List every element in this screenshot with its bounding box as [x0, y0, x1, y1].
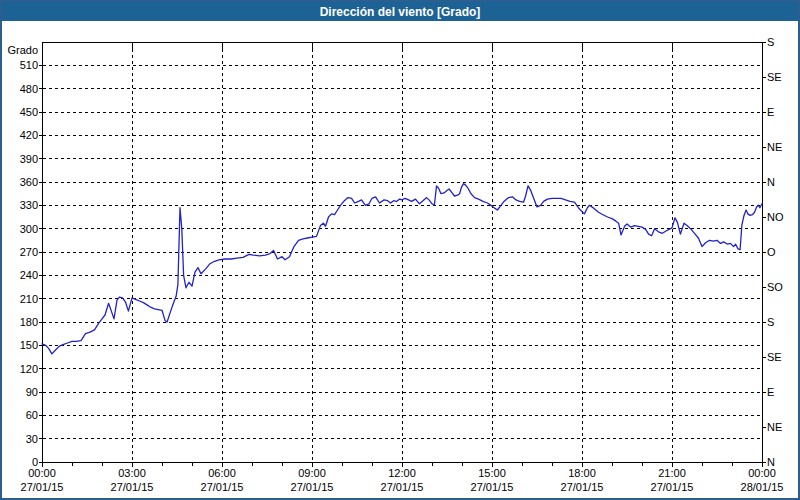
window: Dirección del viento [Grado] 00:0027/01/…	[0, 0, 800, 500]
x-axis-date-label: 27/01/15	[381, 481, 424, 493]
y-axis-tick-label: 240	[20, 269, 38, 281]
y-axis-tick-label: 480	[20, 83, 38, 95]
x-axis-time-label: 06:00	[208, 467, 236, 479]
x-axis-time-label: 15:00	[478, 467, 506, 479]
compass-axis-label: SE	[767, 351, 782, 363]
y-axis-tick-label: 330	[20, 199, 38, 211]
wind-direction-chart: 00:0027/01/1503:0027/01/1506:0027/01/150…	[2, 21, 800, 500]
chart-area: 00:0027/01/1503:0027/01/1506:0027/01/150…	[2, 21, 798, 498]
x-axis-time-label: 00:00	[28, 467, 56, 479]
x-axis-time-label: 00:00	[748, 467, 776, 479]
compass-axis-label: NE	[767, 141, 782, 153]
compass-axis-label: S	[767, 316, 774, 328]
x-axis-date-label: 27/01/15	[561, 481, 604, 493]
x-axis-date-label: 27/01/15	[291, 481, 334, 493]
window-title: Dirección del viento [Grado]	[320, 5, 481, 19]
x-axis-date-label: 27/01/15	[111, 481, 154, 493]
x-axis-date-label: 27/01/15	[471, 481, 514, 493]
compass-axis-label: SO	[767, 281, 783, 293]
x-axis-time-label: 09:00	[298, 467, 326, 479]
x-axis-date-label: 28/01/15	[741, 481, 784, 493]
y-axis-tick-label: 60	[26, 409, 38, 421]
compass-axis-label: N	[767, 456, 775, 468]
y-axis-tick-label: 90	[26, 386, 38, 398]
y-axis-tick-label: 510	[20, 59, 38, 71]
y-axis-tick-label: 150	[20, 339, 38, 351]
compass-axis-label: E	[767, 106, 774, 118]
y-axis-tick-label: 0	[32, 456, 38, 468]
y-axis-tick-label: 270	[20, 246, 38, 258]
compass-axis-label: NO	[767, 211, 784, 223]
window-titlebar: Dirección del viento [Grado]	[2, 2, 798, 21]
y-axis-tick-label: 180	[20, 316, 38, 328]
compass-axis-label: S	[767, 36, 774, 48]
wind-direction-line	[42, 184, 762, 354]
x-axis-date-label: 27/01/15	[201, 481, 244, 493]
y-axis-tick-label: 300	[20, 223, 38, 235]
y-axis-tick-label: 390	[20, 153, 38, 165]
x-axis-time-label: 21:00	[658, 467, 686, 479]
y-axis-tick-label: 210	[20, 293, 38, 305]
compass-axis-label: O	[767, 246, 776, 258]
y-axis-tick-label: 450	[20, 106, 38, 118]
x-axis-date-label: 27/01/15	[651, 481, 694, 493]
compass-axis-label: NE	[767, 421, 782, 433]
y-axis-tick-label: 420	[20, 129, 38, 141]
compass-axis-label: SE	[767, 71, 782, 83]
x-axis-date-label: 27/01/15	[21, 481, 64, 493]
x-axis-time-label: 12:00	[388, 467, 416, 479]
x-axis-time-label: 03:00	[118, 467, 146, 479]
compass-axis-label: N	[767, 176, 775, 188]
y-axis-tick-label: 120	[20, 363, 38, 375]
y-axis-tick-label: 30	[26, 433, 38, 445]
compass-axis-label: E	[767, 386, 774, 398]
y-axis-tick-label: 360	[20, 176, 38, 188]
x-axis-time-label: 18:00	[568, 467, 596, 479]
y-axis-unit-label: Grado	[7, 44, 38, 56]
